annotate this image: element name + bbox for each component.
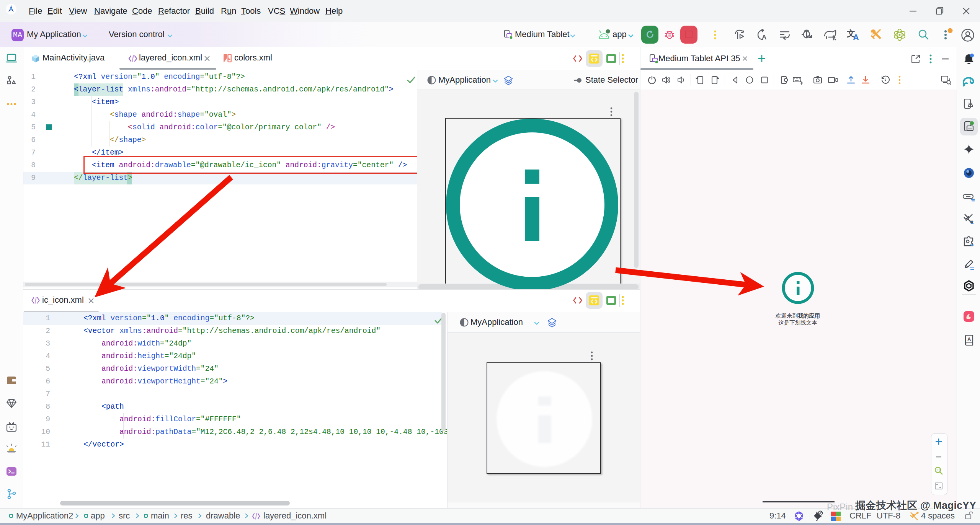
- svg-text:A: A: [762, 34, 766, 41]
- svg-text:1:1: 1:1: [936, 469, 940, 471]
- svg-text:A: A: [967, 336, 971, 342]
- svg-text:A: A: [853, 33, 859, 42]
